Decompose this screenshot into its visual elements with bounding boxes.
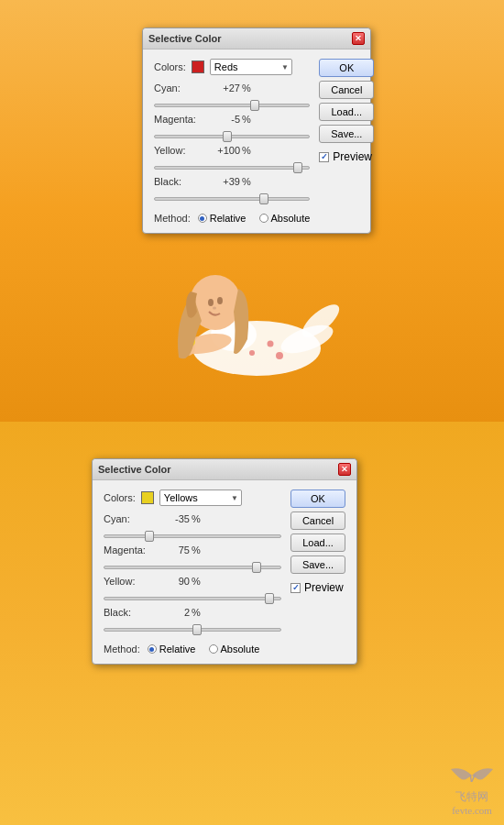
color-dropdown-1[interactable]: Reds ▼ [210,59,292,75]
colors-label-1: Colors: [154,61,186,72]
yellow-param-1: Yellow: +100 % [154,145,310,156]
yellow-param-2: Yellow: 90 % [104,576,281,587]
ok-button-1[interactable]: OK [319,59,374,77]
dialog-1-buttons: OK Cancel Load... Save... ✓ Preview [319,59,374,224]
magenta-slider-1[interactable] [154,130,310,143]
magenta-label-2: Magenta: [104,544,159,556]
magenta-thumb-2 [252,562,261,573]
radio-relative-circle-2 [148,644,157,654]
yellow-row-2: Yellow: 90 % [104,576,281,605]
method-radio-group-2: Relative Absolute [148,644,260,654]
radio-absolute-1[interactable]: Absolute [259,213,311,224]
dialog-2-title: Selective Color [98,464,170,475]
yellow-row-1: Yellow: +100 % [154,145,310,174]
black-param-2: Black: 2 % [104,607,281,618]
radio-relative-1[interactable]: Relative [198,213,247,224]
radio-absolute-label-1: Absolute [271,213,311,224]
magenta-thumb-1 [223,131,232,142]
dialog-2-close-button[interactable]: ✕ [338,463,351,476]
black-pct-1: % [242,176,253,187]
preview-checkbox-2[interactable]: ✓ [290,583,301,593]
svg-point-15 [217,297,223,304]
full-page: Selective Color ✕ Colors: Reds ▼ Cyan: [0,0,504,825]
yellow-pct-1: % [242,145,253,156]
cyan-row-1: Cyan: +27 % [154,82,310,112]
ok-button-2[interactable]: OK [290,490,345,508]
radio-relative-2[interactable]: Relative [148,644,196,654]
magenta-pct-1: % [242,114,253,125]
cyan-row-2: Cyan: -35 % [104,513,281,543]
preview-checkbox-1[interactable]: ✓ [319,152,329,162]
load-button-2[interactable]: Load... [290,534,345,552]
cyan-param-1: Cyan: +27 % [154,82,310,94]
preview-row-1[interactable]: ✓ Preview [319,150,374,163]
dialog-2-body: Colors: Yellows ▼ Cyan: -35 % [93,480,356,664]
color-swatch-2 [141,491,154,504]
method-row-2: Method: Relative Absolute [104,644,281,654]
girl-svg [128,211,367,394]
svg-point-2 [249,350,255,356]
black-slider-2[interactable] [104,623,281,636]
black-track-1 [154,197,310,201]
cyan-pct-1: % [242,82,253,94]
load-button-1[interactable]: Load... [319,103,374,121]
black-row-2: Black: 2 % [104,607,281,636]
yellow-track-2 [104,597,281,600]
cyan-value-1: +27 [213,82,240,94]
radio-relative-circle-1 [198,214,207,223]
cyan-track-2 [104,534,281,538]
cyan-track-1 [154,104,310,107]
preview-label-2: Preview [304,581,344,594]
magenta-row-1: Magenta: -5 % [154,114,310,143]
dialog-2-buttons: OK Cancel Load... Save... ✓ Preview [290,490,345,654]
svg-point-14 [208,299,214,306]
preview-row-2[interactable]: ✓ Preview [290,581,345,594]
dialog-selective-color-1: Selective Color ✕ Colors: Reds ▼ Cyan: [142,28,371,234]
black-track-2 [104,628,281,632]
yellow-slider-2[interactable] [104,592,281,605]
black-thumb-2 [192,624,202,635]
yellow-thumb-2 [265,593,274,604]
watermark-wings-icon: V [449,762,495,789]
cyan-slider-1[interactable] [154,99,310,112]
dialog-selective-color-2: Selective Color ✕ Colors: Yellows ▼ Cyan… [92,458,357,665]
yellow-thumb-1 [293,162,302,173]
black-value-1: +39 [213,176,240,187]
yellow-label-1: Yellow: [154,145,209,156]
cyan-param-2: Cyan: -35 % [104,513,281,524]
preview-label-1: Preview [333,150,372,163]
dialog-1-body: Colors: Reds ▼ Cyan: +27 % [143,50,370,233]
dialog-1-titlebar: Selective Color ✕ [143,28,370,50]
black-param-1: Black: +39 % [154,176,310,187]
black-slider-1[interactable] [154,192,310,205]
yellow-slider-1[interactable] [154,161,310,174]
dialog-2-titlebar: Selective Color ✕ [93,459,356,480]
magenta-label-1: Magenta: [154,114,209,125]
cyan-pct-2: % [192,513,203,524]
save-button-1[interactable]: Save... [319,125,374,143]
magenta-slider-2[interactable] [104,561,281,574]
save-button-2[interactable]: Save... [290,556,345,574]
svg-point-3 [268,341,274,347]
dialog-1-close-button[interactable]: ✕ [352,32,365,45]
cancel-button-1[interactable]: Cancel [319,81,374,99]
cyan-slider-2[interactable] [104,530,281,543]
cancel-button-2[interactable]: Cancel [290,512,345,530]
cyan-thumb-1 [250,100,259,111]
yellow-value-1: +100 [213,145,240,156]
cyan-value-2: -35 [162,513,190,524]
watermark: V 飞特网 fevte.com [449,762,495,816]
svg-point-16 [213,307,216,310]
black-row-1: Black: +39 % [154,176,310,205]
dialog-2-main: Colors: Yellows ▼ Cyan: -35 % [104,490,281,654]
watermark-site-en: fevte.com [449,805,495,816]
color-dropdown-2[interactable]: Yellows ▼ [159,490,242,506]
cyan-thumb-2 [145,531,154,542]
black-label-2: Black: [104,607,159,618]
dialog-1-main: Colors: Reds ▼ Cyan: +27 % [154,59,310,224]
method-radio-group-1: Relative Absolute [198,213,311,224]
color-dropdown-value-1: Reds [214,61,238,72]
black-label-1: Black: [154,176,209,187]
radio-absolute-2[interactable]: Absolute [209,644,260,654]
color-swatch-1 [192,60,204,73]
